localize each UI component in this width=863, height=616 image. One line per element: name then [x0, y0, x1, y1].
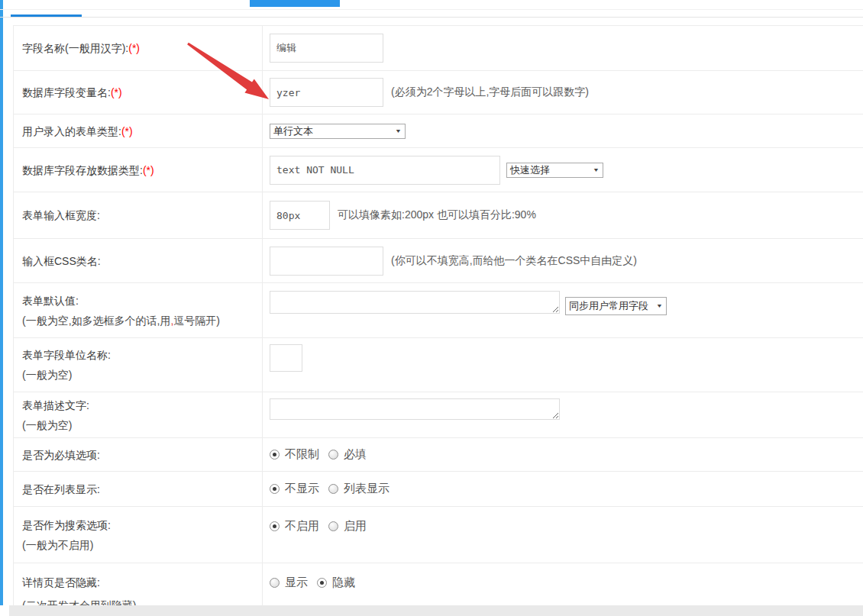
- radio-icon[interactable]: [270, 450, 280, 460]
- field-edit-page: 字段名称(一般用汉字):(*) 数据库字段变量名:(*) (必须为2个字母以上,…: [0, 0, 863, 616]
- list-show-label: 是否在列表显示:: [14, 472, 263, 506]
- radio-icon[interactable]: [328, 521, 338, 531]
- field-name-label: 字段名称(一般用汉字):(*): [14, 26, 263, 70]
- input-width-input[interactable]: [270, 201, 330, 230]
- input-width-label: 表单输入框宽度:: [14, 192, 263, 238]
- radio-option[interactable]: 不启用: [270, 519, 319, 534]
- field-settings-table: 字段名称(一般用汉字):(*) 数据库字段变量名:(*) (必须为2个字母以上,…: [13, 25, 863, 605]
- form-type-select[interactable]: 单行文本 ▼: [270, 124, 406, 139]
- required-asterisk: (*): [143, 164, 154, 176]
- top-divider: [0, 9, 863, 10]
- row-list-show: 是否在列表显示: 不显示 列表显示: [14, 472, 863, 507]
- row-field-name: 字段名称(一般用汉字):(*): [14, 26, 863, 71]
- radio-option[interactable]: 显示: [270, 576, 308, 590]
- radio-icon[interactable]: [270, 521, 280, 531]
- description-label: 表单描述文字: (一般为空): [14, 392, 263, 437]
- row-css-class: 输入框CSS类名: (你可以不填宽高,而给他一个类名在CSS中自由定义): [14, 239, 863, 283]
- row-default-value: 表单默认值: (一般为空,如多选框多个的话,用,逗号隔开) 同步用户常用字段 ▼: [14, 283, 863, 338]
- description-textarea[interactable]: [270, 398, 560, 420]
- top-blue-button-fragment[interactable]: [250, 0, 340, 7]
- radio-option[interactable]: 必填: [328, 447, 367, 462]
- radio-option[interactable]: 列表显示: [328, 482, 389, 496]
- chevron-down-icon: ▼: [593, 167, 600, 173]
- default-value-textarea[interactable]: [270, 291, 560, 314]
- search-option-label: 是否作为搜索选项: (一般为不启用): [14, 507, 263, 563]
- tabbar-bottom-border: [0, 17, 863, 18]
- radio-option[interactable]: 不限制: [270, 447, 319, 462]
- input-width-hint: 可以填像素如:200px 也可以填百分比:90%: [338, 208, 536, 222]
- radio-option[interactable]: 启用: [328, 519, 367, 534]
- radio-icon[interactable]: [270, 484, 280, 494]
- form-type-label: 用户录入的表单类型:(*): [14, 114, 263, 147]
- var-name-hint: (必须为2个字母以上,字母后面可以跟数字): [391, 85, 589, 99]
- list-show-group: 不显示 列表显示: [270, 482, 399, 496]
- unit-name-label: 表单字段单位名称: (一般为空): [14, 338, 263, 392]
- radio-icon[interactable]: [270, 578, 280, 588]
- quick-select[interactable]: 快速选择 ▼: [506, 163, 603, 178]
- field-name-input[interactable]: [270, 34, 383, 63]
- chevron-down-icon: ▼: [395, 128, 402, 134]
- css-class-input[interactable]: [270, 247, 383, 276]
- required-asterisk: (*): [128, 42, 140, 54]
- row-form-type: 用户录入的表单类型:(*) 单行文本 ▼: [14, 114, 863, 148]
- radio-icon[interactable]: [317, 578, 327, 588]
- horizontal-scrollbar-track[interactable]: [9, 605, 863, 616]
- required-asterisk: (*): [111, 86, 122, 98]
- default-value-label: 表单默认值: (一般为空,如多选框多个的话,用,逗号隔开): [14, 283, 263, 337]
- active-tab-underline: [11, 15, 82, 17]
- left-edge-accent-strip: [0, 0, 3, 605]
- row-input-width: 表单输入框宽度: 可以填像素如:200px 也可以填百分比:90%: [14, 192, 863, 239]
- row-var-name: 数据库字段变量名:(*) (必须为2个字母以上,字母后面可以跟数字): [14, 71, 863, 114]
- chevron-down-icon: ▼: [656, 303, 663, 309]
- row-data-type: 数据库字段存放数据类型:(*) 快速选择 ▼: [14, 148, 863, 192]
- row-search-option: 是否作为搜索选项: (一般为不启用) 不启用 启用: [14, 507, 863, 563]
- required-option-label: 是否为必填选项:: [14, 438, 263, 471]
- var-name-input[interactable]: [270, 78, 383, 107]
- data-type-label: 数据库字段存放数据类型:(*): [14, 148, 263, 192]
- unit-name-input[interactable]: [270, 344, 302, 372]
- row-unit-name: 表单字段单位名称: (一般为空): [14, 338, 863, 392]
- detail-hide-group: 显示 隐藏: [270, 576, 364, 590]
- required-asterisk: (*): [121, 125, 133, 137]
- css-class-hint: (你可以不填宽高,而给他一个类名在CSS中自由定义): [391, 254, 637, 268]
- radio-icon[interactable]: [328, 450, 338, 460]
- var-name-label: 数据库字段变量名:(*): [14, 71, 263, 114]
- required-option-group: 不限制 必填: [270, 447, 376, 462]
- radio-option[interactable]: 隐藏: [317, 576, 355, 590]
- sync-user-field-select[interactable]: 同步用户常用字段 ▼: [565, 297, 667, 315]
- data-type-input[interactable]: [270, 156, 500, 185]
- radio-option[interactable]: 不显示: [270, 482, 319, 496]
- search-option-group: 不启用 启用: [270, 519, 376, 534]
- row-description: 表单描述文字: (一般为空): [14, 392, 863, 438]
- row-required-option: 是否为必填选项: 不限制 必填: [14, 438, 863, 472]
- radio-icon[interactable]: [328, 484, 338, 494]
- css-class-label: 输入框CSS类名:: [14, 239, 263, 282]
